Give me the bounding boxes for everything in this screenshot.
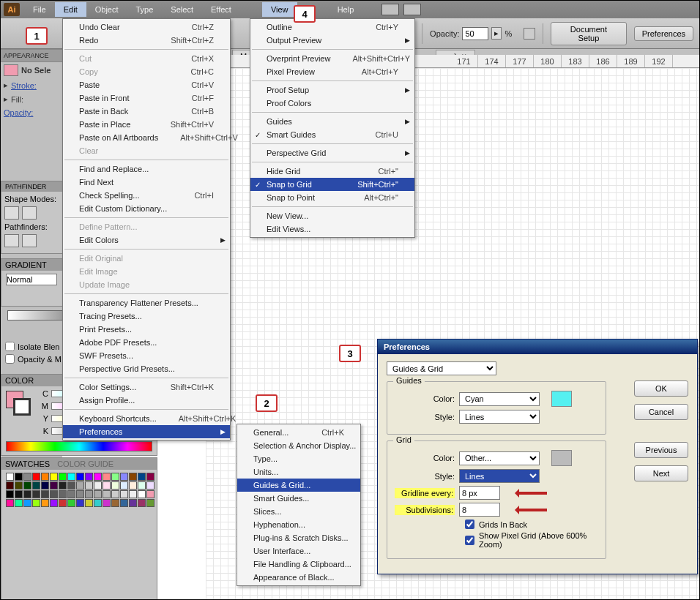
menu-item[interactable]: Selection & Anchor Display... — [237, 439, 360, 452]
menu-item[interactable]: Preferences▶ — [63, 425, 230, 438]
menu-item[interactable]: Plug-ins & Scratch Disks... — [237, 531, 360, 544]
next-button[interactable]: Next — [634, 465, 688, 481]
menu-item[interactable]: Appearance of Black... — [237, 571, 360, 584]
swatch[interactable] — [6, 499, 14, 507]
menu-item[interactable]: Slices... — [237, 505, 360, 518]
appearance-fill[interactable]: ▸Fill: — [1, 92, 62, 106]
menu-item[interactable]: Smart Guides... — [237, 492, 360, 505]
prefs-section-select[interactable]: Guides & Grid — [387, 361, 496, 375]
swatch[interactable] — [50, 481, 58, 490]
swatch[interactable] — [15, 499, 23, 507]
opacity-arrow-icon[interactable]: ▸ — [491, 27, 502, 40]
swatch[interactable] — [6, 481, 14, 490]
swatch[interactable] — [94, 481, 102, 490]
swatch[interactable] — [111, 473, 119, 481]
swatch[interactable] — [85, 499, 93, 507]
gradient-type-select[interactable] — [6, 274, 57, 285]
grids-in-back-checkbox[interactable] — [465, 520, 474, 529]
menu-item[interactable]: Guides▶ — [250, 115, 414, 128]
menu-item[interactable]: New View... — [250, 209, 414, 222]
swatch[interactable] — [146, 490, 154, 498]
menu-effect[interactable]: Effect — [202, 2, 240, 17]
grid-color-select[interactable]: Other... — [459, 451, 540, 465]
swatch[interactable] — [129, 481, 137, 490]
swatch[interactable] — [146, 481, 154, 490]
swatch[interactable] — [59, 481, 67, 490]
gridline-every-input[interactable] — [459, 486, 500, 500]
menu-item[interactable]: Hyphenation... — [237, 518, 360, 531]
swatch[interactable] — [120, 473, 128, 481]
show-pixel-grid-checkbox[interactable] — [465, 536, 474, 545]
workspace-icon[interactable] — [381, 4, 399, 15]
opacity-input[interactable] — [462, 27, 488, 40]
swatch[interactable] — [23, 490, 31, 498]
menu-item[interactable]: PasteCtrl+V — [63, 78, 230, 91]
menu-item[interactable]: Tracing Presets... — [63, 310, 230, 323]
menu-item[interactable]: Assign Profile... — [63, 394, 230, 407]
dialog-titlebar[interactable]: Preferences — [378, 340, 697, 354]
menu-item[interactable]: User Interface... — [237, 544, 360, 558]
menu-item[interactable]: Units... — [237, 465, 360, 479]
shape-mode-icon[interactable] — [22, 206, 37, 220]
guides-color-select[interactable]: Cyan — [459, 392, 540, 406]
menu-item[interactable]: Paste in PlaceShift+Ctrl+V — [63, 118, 230, 131]
grid-style-select[interactable]: Lines — [459, 469, 540, 483]
menu-edit[interactable]: Edit — [55, 2, 86, 17]
swatch[interactable] — [32, 499, 40, 507]
color-guide-tab[interactable]: COLOR GUIDE — [57, 460, 113, 468]
menu-item[interactable]: OutlineCtrl+Y — [250, 20, 414, 34]
menu-item[interactable]: Keyboard Shortcuts...Alt+Shift+Ctrl+K — [63, 412, 230, 425]
swatch[interactable] — [67, 499, 75, 507]
swatch[interactable] — [32, 490, 40, 498]
swatch[interactable] — [94, 499, 102, 507]
guides-swatch[interactable] — [551, 391, 572, 407]
swatch[interactable] — [41, 490, 49, 498]
swatch[interactable] — [59, 473, 67, 481]
swatch[interactable] — [76, 490, 84, 498]
menu-item[interactable]: Type... — [237, 452, 360, 465]
menu-type[interactable]: Type — [127, 2, 163, 17]
appearance-stroke[interactable]: ▸Stroke: — [1, 78, 62, 92]
menu-item[interactable]: Check Spelling...Ctrl+I — [63, 189, 230, 202]
swatch[interactable] — [120, 481, 128, 490]
swatch[interactable] — [50, 490, 58, 498]
menu-item[interactable]: Paste on All ArtboardsAlt+Shift+Ctrl+V — [63, 131, 230, 144]
swatch[interactable] — [138, 481, 146, 490]
swatch[interactable] — [103, 473, 111, 481]
menu-item[interactable]: Proof Colors — [250, 97, 414, 110]
swatch[interactable] — [103, 499, 111, 507]
swatch[interactable] — [32, 481, 40, 490]
swatch[interactable] — [103, 481, 111, 490]
menu-item[interactable]: Overprint PreviewAlt+Shift+Ctrl+Y — [250, 52, 414, 65]
menu-item[interactable]: Edit Colors▶ — [63, 233, 230, 247]
subdivisions-input[interactable] — [459, 503, 500, 517]
swatch[interactable] — [138, 473, 146, 481]
fill-swatch[interactable] — [4, 64, 18, 76]
menu-item[interactable]: Hide GridCtrl+" — [250, 165, 414, 178]
menu-item[interactable]: Edit Views... — [250, 222, 414, 236]
menu-item[interactable]: File Handling & Clipboard... — [237, 558, 360, 571]
swatch[interactable] — [103, 490, 111, 498]
arrange-icon[interactable] — [403, 4, 421, 15]
menu-item[interactable]: Undo ClearCtrl+Z — [63, 20, 230, 34]
grid-swatch[interactable] — [551, 450, 572, 466]
swatch[interactable] — [6, 490, 14, 498]
swatch[interactable] — [15, 490, 23, 498]
swatch[interactable] — [41, 481, 49, 490]
menu-item[interactable]: Adobe PDF Presets... — [63, 336, 230, 349]
menu-item[interactable]: SWF Presets... — [63, 349, 230, 362]
swatches-tab[interactable]: SWATCHES — [5, 460, 50, 468]
swatch[interactable] — [85, 473, 93, 481]
menu-item[interactable]: Find Next — [63, 176, 230, 189]
shape-mode-icon[interactable] — [4, 206, 19, 220]
swatch[interactable] — [129, 490, 137, 498]
swatch[interactable] — [15, 473, 23, 481]
swatch[interactable] — [94, 473, 102, 481]
swatch[interactable] — [67, 490, 75, 498]
menu-object[interactable]: Object — [86, 2, 127, 17]
ok-button[interactable]: OK — [634, 380, 688, 397]
menu-item[interactable]: Perspective Grid Presets... — [63, 362, 230, 375]
swatch[interactable] — [50, 473, 58, 481]
menu-help[interactable]: Help — [329, 2, 363, 17]
pathfinder-icon[interactable] — [4, 234, 19, 247]
